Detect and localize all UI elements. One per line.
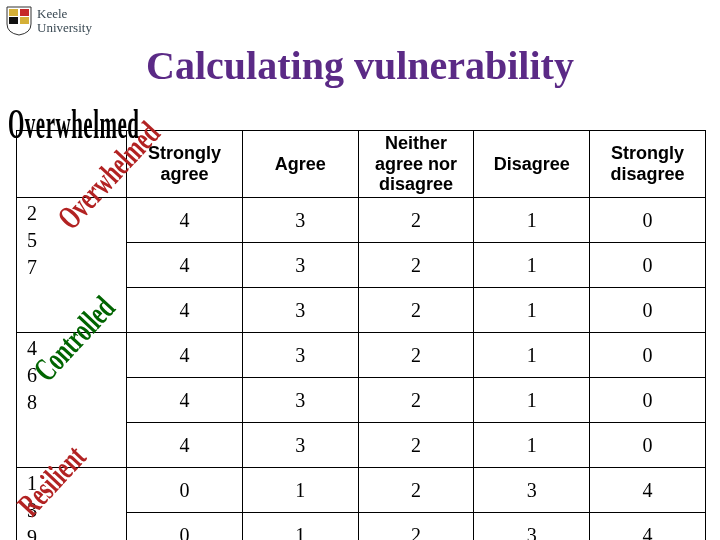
score-cell: 4 xyxy=(590,468,706,513)
score-cell: 1 xyxy=(474,198,590,243)
score-cell: 2 xyxy=(358,513,474,540)
table-row: 13901234 xyxy=(17,468,706,513)
score-cell: 2 xyxy=(358,288,474,333)
score-cell: 0 xyxy=(590,423,706,468)
score-cell: 0 xyxy=(590,333,706,378)
score-cell: 4 xyxy=(127,243,243,288)
score-cell: 1 xyxy=(474,243,590,288)
score-cell: 4 xyxy=(127,378,243,423)
score-cell: 0 xyxy=(590,378,706,423)
svg-rect-0 xyxy=(9,9,18,16)
score-cell: 0 xyxy=(127,513,243,540)
svg-rect-2 xyxy=(9,17,18,24)
score-cell: 3 xyxy=(242,243,358,288)
score-cell: 3 xyxy=(242,423,358,468)
item-id: 7 xyxy=(27,254,124,281)
score-cell: 1 xyxy=(242,513,358,540)
svg-rect-1 xyxy=(20,9,29,16)
score-cell: 2 xyxy=(358,378,474,423)
brand-logo: Keele University xyxy=(6,6,92,36)
score-cell: 0 xyxy=(590,288,706,333)
table-row: 46843210 xyxy=(17,333,706,378)
header-strongly-disagree: Strongly disagree xyxy=(590,131,706,198)
svg-rect-3 xyxy=(20,17,29,24)
score-cell: 4 xyxy=(127,288,243,333)
brand-line1: Keele xyxy=(37,7,92,21)
table-row: 25743210 xyxy=(17,198,706,243)
score-cell: 3 xyxy=(474,468,590,513)
score-cell: 1 xyxy=(474,333,590,378)
header-neither: Neither agree nor disagree xyxy=(358,131,474,198)
score-cell: 3 xyxy=(242,378,358,423)
score-cell: 3 xyxy=(242,288,358,333)
brand-text: Keele University xyxy=(37,7,92,34)
score-cell: 2 xyxy=(358,423,474,468)
score-cell: 2 xyxy=(358,468,474,513)
score-cell: 2 xyxy=(358,333,474,378)
header-disagree: Disagree xyxy=(474,131,590,198)
score-cell: 2 xyxy=(358,198,474,243)
score-cell: 2 xyxy=(358,243,474,288)
score-cell: 4 xyxy=(127,333,243,378)
score-cell: 3 xyxy=(474,513,590,540)
brand-line2: University xyxy=(37,21,92,35)
item-id: 8 xyxy=(27,389,124,416)
page-title: Calculating vulnerability xyxy=(0,42,720,89)
score-cell: 1 xyxy=(474,288,590,333)
score-cell: 3 xyxy=(242,333,358,378)
score-cell: 0 xyxy=(590,243,706,288)
shield-icon xyxy=(6,6,32,36)
item-id: 9 xyxy=(27,524,124,540)
score-cell: 4 xyxy=(127,423,243,468)
score-cell: 1 xyxy=(474,378,590,423)
header-agree: Agree xyxy=(242,131,358,198)
score-cell: 1 xyxy=(474,423,590,468)
score-cell: 0 xyxy=(127,468,243,513)
score-cell: 4 xyxy=(590,513,706,540)
score-cell: 4 xyxy=(127,198,243,243)
score-cell: 0 xyxy=(590,198,706,243)
score-cell: 3 xyxy=(242,198,358,243)
score-cell: 1 xyxy=(242,468,358,513)
